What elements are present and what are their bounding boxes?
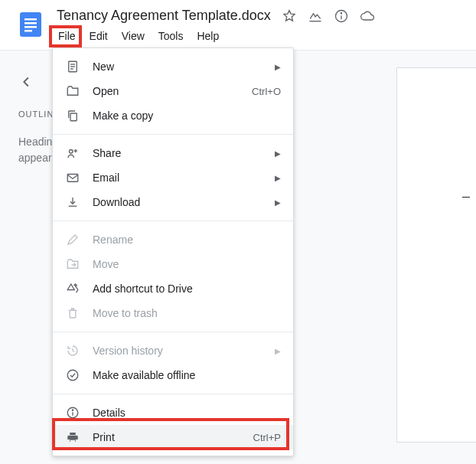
menu-edit[interactable]: Edit <box>83 27 114 45</box>
menu-item-add-shortcut[interactable]: Add shortcut to Drive <box>53 276 293 301</box>
docs-logo[interactable] <box>15 9 46 40</box>
submenu-arrow-icon: ▶ <box>275 63 281 71</box>
menu-file[interactable]: File <box>52 27 82 45</box>
svg-rect-4 <box>24 30 32 32</box>
menu-label: Version history <box>93 345 275 357</box>
menu-item-download[interactable]: Download ▶ <box>53 190 293 214</box>
submenu-arrow-icon: ▶ <box>275 149 281 158</box>
submenu-arrow-icon: ▶ <box>275 347 281 355</box>
outline-label: OUTLIN <box>18 109 49 119</box>
submenu-arrow-icon: ▶ <box>275 174 281 182</box>
svg-point-13 <box>70 150 73 154</box>
offline-icon <box>65 368 80 382</box>
menu-item-move: Move <box>53 252 293 276</box>
menu-help[interactable]: Help <box>191 27 225 45</box>
svg-rect-16 <box>67 175 78 182</box>
trash-icon <box>65 306 80 320</box>
menu-label: Add shortcut to Drive <box>93 283 281 295</box>
cursor-mark <box>462 197 470 198</box>
document-icon <box>65 60 80 74</box>
svg-point-19 <box>67 370 78 381</box>
menubar: File Edit View Tools Help <box>52 27 476 45</box>
menu-separator <box>53 134 293 135</box>
menu-label: Rename <box>93 234 281 246</box>
menu-item-version-history: Version history ▶ <box>53 338 293 363</box>
svg-point-7 <box>341 12 341 13</box>
svg-rect-3 <box>24 26 37 28</box>
menu-item-details[interactable]: Details <box>53 400 293 425</box>
menu-item-email[interactable]: Email ▶ <box>53 165 293 190</box>
menu-label: Move <box>93 258 281 270</box>
header: Tenancy Agreement Template.docx File Edi… <box>0 0 476 45</box>
menu-label: Make a copy <box>93 109 281 122</box>
folder-icon <box>65 84 80 98</box>
back-arrow-icon[interactable] <box>18 74 49 93</box>
svg-point-22 <box>72 410 73 410</box>
outline-sidebar: OUTLIN Headin appear <box>0 51 49 464</box>
email-icon <box>65 171 80 185</box>
move-icon <box>65 257 80 271</box>
menu-separator <box>53 221 293 221</box>
shortcut-label: Ctrl+P <box>253 432 281 443</box>
drive-shortcut-icon <box>65 282 80 296</box>
menu-item-new[interactable]: New ▶ <box>53 54 293 79</box>
menu-separator <box>53 332 293 332</box>
cloud-icon[interactable] <box>360 8 375 24</box>
submenu-arrow-icon: ▶ <box>275 198 281 207</box>
shortcut-label: Ctrl+O <box>252 86 281 97</box>
share-icon <box>65 146 80 160</box>
download-icon <box>65 195 80 209</box>
menu-item-offline[interactable]: Make available offline <box>53 363 293 387</box>
menu-label: Download <box>93 196 275 208</box>
file-menu-dropdown: New ▶ Open Ctrl+O Make a copy Share ▶ Em… <box>52 47 294 456</box>
menu-label: Open <box>93 85 252 97</box>
outline-hint: Headin appear <box>18 134 49 166</box>
print-icon <box>65 430 80 444</box>
menu-label: Email <box>93 172 275 184</box>
svg-rect-2 <box>24 22 37 25</box>
document-title[interactable]: Tenancy Agreement Template.docx <box>57 8 271 24</box>
menu-item-rename: Rename <box>53 227 293 252</box>
title-area: Tenancy Agreement Template.docx File Edi… <box>57 6 476 45</box>
activity-icon[interactable] <box>308 8 323 24</box>
svg-rect-1 <box>24 18 37 21</box>
menu-label: New <box>93 60 275 73</box>
menu-tools[interactable]: Tools <box>152 27 190 45</box>
menu-label: Share <box>93 147 275 159</box>
document-page[interactable] <box>396 67 476 443</box>
menu-label: Move to trash <box>93 307 281 319</box>
info-icon <box>65 406 80 420</box>
pencil-icon <box>65 233 80 247</box>
menu-label: Details <box>93 407 281 419</box>
svg-rect-12 <box>70 113 77 121</box>
menu-item-share[interactable]: Share ▶ <box>53 141 293 165</box>
menu-item-make-copy[interactable]: Make a copy <box>53 103 293 128</box>
menu-item-open[interactable]: Open Ctrl+O <box>53 79 293 103</box>
copy-icon <box>65 109 80 123</box>
star-icon[interactable] <box>282 8 297 24</box>
history-icon <box>65 344 80 358</box>
menu-separator <box>53 394 293 394</box>
menu-label: Make available offline <box>93 369 281 381</box>
menu-view[interactable]: View <box>116 27 151 45</box>
menu-item-trash: Move to trash <box>53 301 293 325</box>
menu-label: Print <box>93 431 253 443</box>
info-icon[interactable] <box>334 8 349 24</box>
menu-item-print[interactable]: Print Ctrl+P <box>53 425 293 449</box>
svg-rect-0 <box>20 12 41 37</box>
